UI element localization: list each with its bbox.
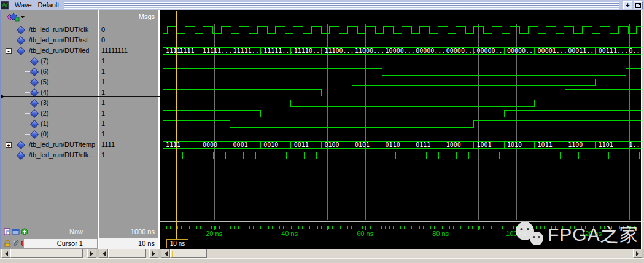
signal-value: 1 — [101, 77, 157, 87]
bus-value-label: 1011 — [538, 141, 553, 148]
bus-value-label: 11000... — [355, 47, 384, 54]
timeline-label: 80 ns — [432, 230, 449, 237]
bus-value-label: 0011 — [294, 141, 309, 148]
signal-kind-dropdown-icon[interactable] — [5, 12, 26, 23]
window-small-icon[interactable] — [12, 228, 20, 235]
signal-row[interactable]: (0) — [1, 129, 98, 139]
wave-scrollbar[interactable] — [161, 249, 642, 258]
window-titlebar[interactable]: Wave - Default + — [0, 0, 644, 10]
signal-value: 0 — [101, 25, 157, 35]
scrollbar-thumb[interactable] — [10, 249, 83, 258]
values-scrollbar[interactable] — [99, 249, 158, 258]
expand-button[interactable]: + — [623, 1, 632, 9]
expand-icon[interactable]: + — [6, 142, 12, 148]
bus-value-label: 1111 — [166, 141, 180, 148]
signal-row[interactable]: /tb_led_run/DUT/clk — [1, 25, 98, 35]
scrollbar-thumb[interactable] — [108, 249, 146, 258]
bus-value-label: 10000... — [386, 47, 415, 54]
signal-diamond-icon — [17, 47, 25, 55]
signal-values-panel: Msgs 00111111111111111111111 — [99, 10, 158, 226]
scrollbar-thumb[interactable] — [170, 249, 207, 258]
signal-row[interactable]: (6) — [1, 66, 98, 77]
signal-name: /tb_led_run/DUT/rst — [29, 35, 88, 45]
signal-row[interactable]: (2) — [1, 108, 98, 119]
timeline-label: 20 ns — [206, 230, 222, 237]
scroll-right-button[interactable] — [633, 249, 642, 258]
msgs-column-header[interactable]: Msgs — [99, 10, 158, 23]
signal-name: (1) — [41, 119, 48, 129]
signal-value: 11111111 — [101, 45, 157, 56]
signal-value: 1 — [101, 108, 157, 119]
signal-row[interactable]: (1) — [1, 119, 98, 129]
signal-diamond-icon — [30, 120, 39, 128]
right-arrow-icon — [636, 251, 642, 256]
undock-button[interactable] — [634, 1, 643, 9]
now-label: Now — [69, 226, 83, 238]
signal-name: /tb_led_run/DUT/clk — [29, 25, 88, 35]
right-arrow-icon — [90, 251, 96, 256]
bus-value-label: 1100 — [568, 141, 583, 148]
names-column-header[interactable] — [1, 10, 98, 23]
signal-value: 1 — [101, 98, 157, 108]
bus-value-label: 1... — [629, 141, 641, 148]
cursor-row-icons — [1, 238, 23, 249]
signal-name: (6) — [41, 66, 48, 77]
signal-value: 1 — [101, 66, 157, 77]
signal-diamond-icon — [17, 151, 25, 160]
bus-value-label: 1001 — [476, 141, 491, 148]
window-title: Wave - Default — [15, 1, 59, 9]
wechat-icon — [513, 221, 546, 249]
bus-value-label: 0000 — [203, 141, 217, 148]
scroll-left-button[interactable] — [1, 249, 10, 258]
cursor-time-tag[interactable]: 10 ns — [166, 239, 188, 248]
signal-row[interactable]: -/tb_led_run/DUT/led — [1, 45, 98, 56]
scroll-right-button[interactable] — [149, 249, 158, 258]
bus-value-label: 1101 — [599, 141, 613, 148]
signal-diamond-icon — [17, 26, 25, 34]
timeline-label: 60 ns — [357, 230, 373, 237]
wave-vertical-scrollbar[interactable] — [641, 10, 644, 249]
collapse-icon[interactable]: - — [6, 48, 12, 54]
scroll-left-button[interactable] — [99, 249, 108, 258]
scroll-right-button[interactable] — [87, 249, 96, 258]
signal-diamond-icon — [30, 130, 39, 139]
signal-name: /tb_led_run/DUT/led — [29, 45, 89, 56]
cursor-value[interactable]: 10 ns — [99, 238, 158, 249]
names-scrollbar[interactable] — [1, 249, 96, 258]
bus-value-label: 11100... — [324, 47, 354, 54]
add-circle-icon[interactable] — [21, 228, 28, 235]
cursor-label: Cursor 1 — [57, 239, 83, 248]
signal-value: 1111 — [101, 139, 157, 150]
signal-names-panel: /tb_led_run/DUT/clk/tb_led_run/DUT/rst-/… — [1, 10, 98, 226]
signal-diamond-icon — [30, 109, 39, 118]
bus-value-label: 1010 — [507, 141, 522, 148]
bus-value-label: 0111 — [416, 141, 430, 148]
signal-name: (0) — [41, 129, 48, 139]
left-arrow-icon — [100, 251, 106, 256]
signal-row[interactable]: /tb_led_run/DUT/rst — [1, 35, 98, 45]
now-row-label-cell: Now — [1, 226, 98, 238]
signal-diamond-icon — [17, 141, 25, 149]
wrench-icon[interactable] — [12, 240, 20, 247]
lock-icon[interactable] — [4, 240, 11, 247]
wave-window: Wave - Default + /tb_led_run/DUT/clk/tb_… — [0, 0, 644, 263]
signal-row[interactable]: (5) — [1, 77, 98, 87]
bus-value-label: 00000... — [507, 47, 537, 54]
signal-row[interactable]: /tb_led_run/DUT/clk... — [1, 150, 98, 160]
signal-row[interactable]: (3) — [1, 98, 98, 108]
cursor-name-cell[interactable]: Cursor 1 — [23, 238, 98, 249]
timeline-label: 40 ns — [281, 230, 298, 237]
bus-value-label: 0110 — [386, 141, 400, 148]
column-splitter[interactable] — [98, 10, 99, 249]
signal-row[interactable]: +/tb_led_run/DUT/temp — [1, 139, 98, 150]
bus-value-label: 00000... — [446, 47, 476, 54]
signal-row[interactable]: (7) — [1, 56, 98, 66]
bus-value-label: 00011... — [568, 47, 597, 54]
titlebar-stripes — [64, 2, 619, 9]
note-icon[interactable] — [4, 228, 11, 235]
bus-value-label: 11110... — [294, 47, 324, 54]
wave-canvas[interactable]: 1111111111111...11111...11111...11110...… — [160, 10, 641, 249]
watermark-text: FPGA之家 — [548, 222, 638, 248]
bus-value-label: 0001 — [233, 141, 248, 148]
scroll-left-button[interactable] — [161, 249, 170, 258]
